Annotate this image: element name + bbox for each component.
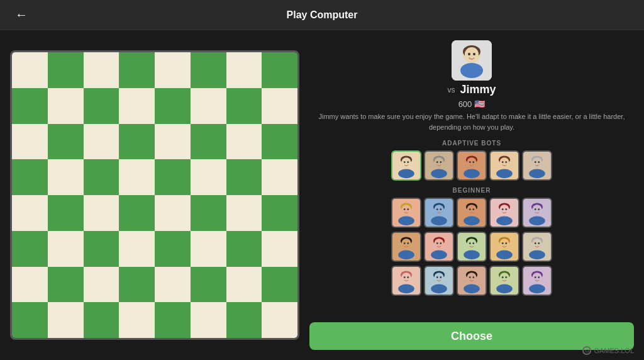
- bot-thumb-b6[interactable]: [391, 232, 421, 262]
- bot-description: Jimmy wants to make sure you enjoy the g…: [309, 111, 634, 132]
- beginner-bots-row1: [309, 198, 634, 228]
- bot-thumb-b4[interactable]: [489, 198, 519, 228]
- svg-point-104: [496, 250, 513, 260]
- svg-point-17: [435, 157, 444, 167]
- svg-point-96: [472, 242, 474, 244]
- svg-point-146: [529, 284, 545, 294]
- svg-point-5: [468, 53, 470, 55]
- bot-thumb-b2[interactable]: [424, 198, 454, 228]
- back-button[interactable]: ←: [10, 5, 33, 25]
- svg-point-59: [467, 205, 477, 214]
- bot-thumb-b13[interactable]: [457, 266, 487, 296]
- svg-point-108: [533, 239, 542, 248]
- bot-thumb-bot4[interactable]: [489, 150, 519, 181]
- svg-point-83: [398, 250, 414, 260]
- svg-point-94: [467, 239, 477, 248]
- bot-thumb-b14[interactable]: [489, 266, 519, 296]
- svg-point-122: [435, 273, 444, 282]
- svg-point-76: [529, 217, 545, 226]
- svg-point-69: [496, 217, 513, 226]
- bot-thumb-b3[interactable]: [457, 198, 487, 228]
- svg-point-111: [529, 250, 545, 260]
- svg-point-144: [535, 276, 536, 278]
- bot-thumb-b5[interactable]: [522, 198, 552, 228]
- bot-name: Jimmy: [460, 83, 496, 96]
- svg-point-60: [469, 208, 471, 210]
- bot-thumb-b7[interactable]: [424, 232, 454, 262]
- beginner-bots-row3: [309, 266, 634, 296]
- svg-point-95: [469, 242, 471, 244]
- svg-point-118: [398, 284, 414, 294]
- svg-point-41: [529, 169, 545, 179]
- svg-point-19: [440, 161, 441, 163]
- svg-point-48: [398, 217, 414, 226]
- bot-thumb-b15[interactable]: [522, 266, 552, 296]
- bot-avatar-main: [452, 40, 492, 81]
- bot-thumb-bot2[interactable]: [424, 150, 454, 181]
- svg-point-131: [472, 276, 474, 278]
- svg-point-34: [496, 169, 513, 179]
- svg-point-136: [500, 273, 509, 282]
- svg-point-124: [440, 276, 441, 278]
- bot-thumb-b12[interactable]: [424, 266, 454, 296]
- svg-point-80: [402, 239, 411, 248]
- svg-point-115: [402, 273, 411, 282]
- svg-point-145: [538, 276, 540, 278]
- bot-thumb-jimmy[interactable]: [391, 150, 421, 181]
- svg-point-90: [431, 250, 447, 260]
- svg-point-103: [505, 242, 507, 244]
- svg-point-53: [436, 208, 438, 210]
- svg-point-129: [467, 273, 477, 282]
- svg-point-68: [505, 208, 507, 210]
- svg-point-66: [500, 205, 509, 214]
- svg-point-32: [502, 161, 504, 163]
- svg-point-62: [464, 217, 480, 226]
- svg-point-74: [535, 208, 536, 210]
- svg-point-130: [469, 276, 471, 278]
- chess-board-container: [10, 40, 299, 350]
- bot-thumb-b8[interactable]: [457, 232, 487, 262]
- svg-point-102: [502, 242, 504, 244]
- bot-thumb-b9[interactable]: [489, 232, 519, 262]
- flag-icon: 🇺🇸: [474, 99, 485, 109]
- svg-point-40: [538, 161, 540, 163]
- adaptive-label: ADAPTIVE BOTS: [309, 140, 634, 147]
- adaptive-bots-grid: [309, 150, 634, 181]
- svg-point-38: [533, 157, 542, 167]
- svg-point-123: [436, 276, 438, 278]
- svg-point-109: [535, 242, 536, 244]
- svg-point-31: [500, 157, 509, 167]
- bots-scroll[interactable]: ADAPTIVE BOTS: [309, 137, 634, 317]
- svg-point-47: [407, 208, 409, 210]
- main-content: vs Jimmy 600 🇺🇸 Jimmy wants to make sure…: [0, 30, 644, 360]
- svg-point-18: [436, 161, 438, 163]
- svg-point-143: [533, 273, 542, 282]
- svg-point-82: [407, 242, 409, 244]
- bot-thumb-b1[interactable]: [391, 198, 421, 228]
- svg-point-26: [472, 161, 474, 163]
- watermark: G GAMES.LOL: [582, 346, 634, 355]
- svg-point-101: [500, 239, 509, 248]
- beginner-label: BEGINNER: [309, 187, 634, 194]
- beginner-bots-row2: [309, 232, 634, 262]
- svg-point-81: [404, 242, 406, 244]
- svg-point-89: [440, 242, 441, 244]
- svg-point-137: [502, 276, 504, 278]
- svg-point-6: [473, 53, 475, 55]
- svg-point-33: [505, 161, 507, 163]
- bot-thumb-b11[interactable]: [391, 266, 421, 296]
- vs-label: vs: [447, 86, 455, 94]
- app-header: ← Play Computer: [0, 0, 644, 30]
- svg-point-67: [502, 208, 504, 210]
- svg-point-13: [398, 169, 414, 179]
- svg-point-87: [435, 239, 444, 248]
- svg-point-73: [533, 205, 542, 214]
- bot-rating: 600 🇺🇸: [458, 99, 486, 109]
- bot-thumb-bot3[interactable]: [457, 150, 487, 181]
- svg-point-39: [535, 161, 536, 163]
- svg-point-75: [538, 208, 540, 210]
- svg-point-54: [440, 208, 441, 210]
- bot-thumb-b10[interactable]: [522, 232, 552, 262]
- bot-thumb-bot5[interactable]: [522, 150, 552, 181]
- svg-point-116: [404, 276, 406, 278]
